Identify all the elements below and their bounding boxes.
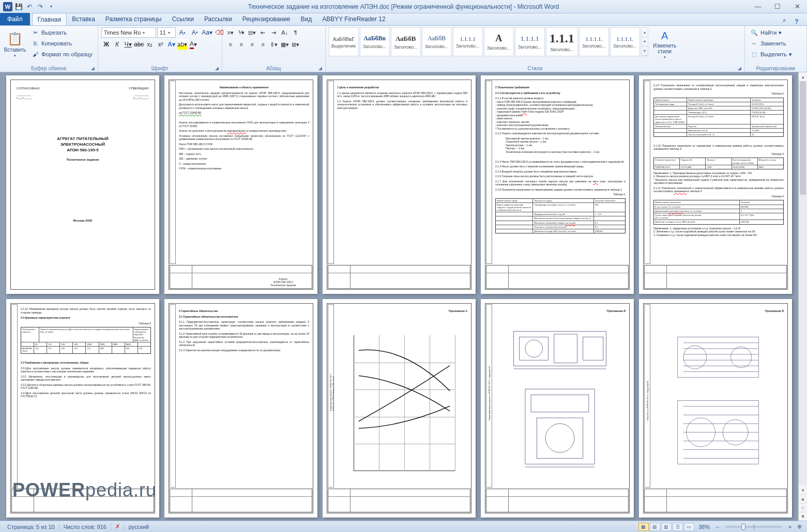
zoom-level[interactable]: 38% — [698, 524, 710, 530]
scroll-thumb[interactable] — [800, 81, 806, 195]
style-item[interactable]: 1.1.1.1.Заголово... — [579, 27, 609, 56]
tab-view[interactable]: Вид — [295, 13, 317, 25]
superscript-button[interactable]: x² — [156, 39, 166, 50]
page-thumbnail[interactable]: 3 Гарантийные обязательства 3.1 Гарантий… — [164, 299, 317, 518]
change-case-button[interactable]: Aa▾ — [202, 27, 213, 38]
web-view-button[interactable]: ▥ — [661, 523, 672, 531]
decrease-indent-button[interactable]: ⇤ — [258, 27, 268, 38]
styles-gallery[interactable]: АаБбВвГВыделение АаБбВвЗаголово... АаБбВ… — [329, 27, 648, 56]
align-right-button[interactable]: ≡ — [247, 39, 257, 50]
fit-button[interactable]: ⊕ — [795, 523, 804, 530]
minimize-ribbon-icon[interactable]: ^ — [780, 18, 788, 25]
reading-view-button[interactable]: ▤ — [650, 523, 660, 531]
page-thumbnail[interactable]: 2.1.12 Направление вращения ротора насос… — [6, 299, 159, 518]
select-button[interactable]: ⬚Выделить ▾ — [748, 49, 794, 59]
help-icon[interactable]: ? — [793, 18, 801, 25]
minimize-button[interactable]: — — [748, 1, 768, 13]
bold-button[interactable]: Ж — [101, 39, 112, 50]
vertical-scrollbar[interactable]: ▴ ▾ ▲ ○ ▼ — [798, 72, 807, 521]
font-size-combo[interactable]: 11▾ — [157, 27, 176, 38]
page-thumbnail[interactable]: 2.1.9 Показатели назначения по потребляе… — [639, 75, 792, 294]
dialog-launcher-icon[interactable]: ◢ — [738, 66, 741, 71]
multilevel-button[interactable]: ⊟▾ — [247, 27, 257, 38]
style-item[interactable]: 1.1.1Заголово... — [546, 27, 578, 56]
dialog-launcher-icon[interactable]: ◢ — [215, 66, 219, 71]
tab-mailings[interactable]: Рассылки — [199, 13, 237, 25]
increase-indent-button[interactable]: ⇥ — [269, 27, 279, 38]
show-marks-button[interactable]: ¶ — [291, 27, 301, 38]
sort-button[interactable]: A↓ — [280, 27, 290, 38]
page-thumbnail[interactable]: 2 Технические требования 2.1 Состав агре… — [481, 75, 634, 294]
outline-view-button[interactable]: ☰ — [673, 523, 683, 531]
tab-home[interactable]: Главная — [32, 13, 67, 25]
find-button[interactable]: 🔍Найти ▾ — [748, 27, 794, 38]
font-color-button[interactable]: A▾ — [188, 39, 199, 50]
close-button[interactable]: ✕ — [787, 1, 807, 13]
page-thumbnail[interactable]: Приложение В Разрез насоса ПЭН 580-1 — [639, 299, 792, 518]
qat-customize-icon[interactable]: ▾ — [47, 2, 56, 11]
style-item[interactable]: 1.1.1.1.Заголово... — [610, 27, 640, 56]
style-item[interactable]: АаБбВЗаголово... — [391, 27, 421, 56]
draft-view-button[interactable]: ▭ — [684, 523, 694, 531]
italic-button[interactable]: К — [112, 39, 123, 50]
page-thumbnail[interactable]: Приложение А Характеристика агрегата АПЭ… — [323, 299, 476, 518]
print-layout-view-button[interactable]: ▦ — [638, 523, 649, 531]
subscript-button[interactable]: x₂ — [145, 39, 155, 50]
paste-button[interactable]: 📋 Вставить ▾ — [3, 27, 27, 61]
page-status[interactable]: Страница: 5 из 10 — [3, 523, 59, 531]
borders-button[interactable]: ⊞▾ — [291, 39, 301, 50]
style-item[interactable]: 1.1.1.1Заголово... — [453, 27, 483, 56]
next-page-icon[interactable]: ▼ — [799, 512, 807, 521]
zoom-thumb[interactable] — [741, 524, 745, 530]
font-name-combo[interactable]: Times New Ro▾ — [101, 27, 156, 38]
tab-references[interactable]: Ссылки — [167, 13, 199, 25]
copy-button[interactable]: ⎘Копировать — [29, 38, 95, 49]
redo-icon[interactable]: ↷ — [36, 2, 45, 11]
scroll-up-icon[interactable]: ▴ — [799, 72, 807, 81]
text-effects-button[interactable]: A▾ — [166, 39, 177, 50]
prev-page-icon[interactable]: ▲ — [799, 494, 807, 503]
page-thumbnail[interactable]: Наименование и область применения Настоя… — [164, 75, 317, 294]
dialog-launcher-icon[interactable]: ◢ — [91, 66, 95, 71]
shrink-font-button[interactable]: A▾ — [189, 27, 201, 38]
replace-button[interactable]: ↔Заменить — [748, 38, 794, 49]
line-spacing-button[interactable]: ⇕▾ — [269, 39, 279, 50]
align-center-button[interactable]: ≡ — [236, 39, 247, 50]
align-left-button[interactable]: ≡ — [225, 39, 236, 50]
numbering-button[interactable]: ⅟▾ — [236, 27, 247, 38]
zoom-out-button[interactable]: − — [714, 524, 721, 530]
zoom-in-button[interactable]: + — [786, 524, 794, 530]
scroll-down-icon[interactable]: ▾ — [642, 37, 648, 46]
save-icon[interactable]: 💾 — [14, 2, 23, 11]
file-tab[interactable]: Файл — [0, 13, 30, 25]
format-painter-button[interactable]: 🖌Формат по образцу — [29, 49, 95, 59]
dialog-launcher-icon[interactable]: ◢ — [318, 66, 322, 71]
word-count[interactable]: Число слов: 916 — [59, 523, 111, 531]
undo-icon[interactable]: ↶ — [25, 2, 34, 11]
justify-button[interactable]: ≡ — [258, 39, 268, 50]
page-thumbnail[interactable]: 1 Цель и назначение разработки 1.1 Целью… — [323, 75, 476, 294]
bullets-button[interactable]: ≡▾ — [225, 27, 236, 38]
styles-scroll[interactable]: ▴▾▾ — [641, 27, 648, 56]
page-thumbnail[interactable]: СОГЛАСОВАНО УТВЕРЖДАЮ __________________… — [6, 75, 159, 294]
style-item[interactable]: АЗаголово... — [484, 27, 514, 56]
grow-font-button[interactable]: A▴ — [177, 27, 188, 38]
page-thumbnail[interactable]: Приложение Б — [481, 299, 634, 518]
highlight-button[interactable]: ab▾ — [177, 39, 188, 50]
underline-button[interactable]: Ч▾ — [123, 39, 133, 50]
scroll-track[interactable] — [799, 81, 807, 486]
shading-button[interactable]: ▦▾ — [280, 39, 290, 50]
scroll-down-icon[interactable]: ▾ — [799, 486, 807, 494]
style-item[interactable]: АаБбВвГВыделение — [329, 27, 359, 56]
document-area[interactable]: СОГЛАСОВАНО УТВЕРЖДАЮ __________________… — [0, 72, 798, 521]
spellcheck-status[interactable]: ✗ — [111, 523, 125, 531]
tab-layout[interactable]: Разметка страницы — [100, 13, 167, 25]
browse-object-icon[interactable]: ○ — [799, 503, 807, 512]
tab-insert[interactable]: Вставка — [67, 13, 100, 25]
cut-button[interactable]: ✂Вырезать — [29, 27, 95, 38]
style-item[interactable]: 1.1.1.1Заголово... — [515, 27, 545, 56]
maximize-button[interactable]: ☐ — [768, 1, 787, 13]
tab-review[interactable]: Рецензирование — [237, 13, 296, 25]
change-styles-button[interactable]: A Изменить стили ▾ — [650, 27, 679, 61]
style-item[interactable]: АаБбВЗаголово... — [422, 27, 452, 56]
